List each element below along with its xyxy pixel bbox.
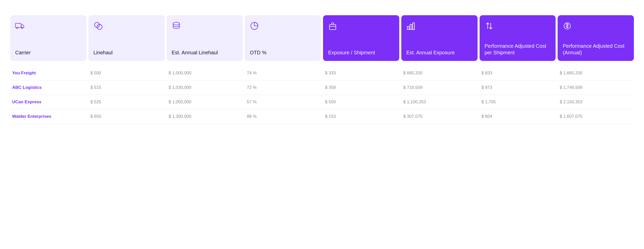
cell-est_annual_linehaul-row-2: $ 1,050,000: [167, 99, 243, 105]
cell-perf_adj_cost_annual-row-3: $ 1,607,075: [558, 114, 634, 119]
header-label-exposure-shipment: Exposure / Shipment: [328, 49, 394, 56]
cell-exposure_shipment-row-3: $ 153: [323, 114, 399, 119]
svg-rect-0: [15, 23, 21, 27]
table-row: Walder Enterprises$ 650$ 1,300,00088 %$ …: [10, 109, 634, 124]
cell-linehaul-row-3: $ 650: [88, 114, 165, 119]
cell-carrier-row-0: You Freight: [10, 71, 86, 76]
header-card-est-annual-linehaul: Est. Annual Linehaul: [167, 15, 243, 61]
svg-rect-9: [407, 26, 409, 29]
cell-exposure_shipment-row-0: $ 333: [323, 71, 399, 76]
cell-otd-row-3: 88 %: [245, 114, 321, 119]
truck-icon: [15, 21, 81, 32]
cell-otd-row-0: 74 %: [245, 71, 321, 76]
header-card-carrier: Carrier: [10, 15, 86, 61]
cell-otd-row-1: 72 %: [245, 85, 321, 90]
cell-perf_adj_cost_shipment-row-3: $ 804: [480, 114, 556, 119]
cell-est_annual_exposure-row-3: $ 307,075: [401, 114, 478, 119]
data-rows: You Freight$ 500$ 1,000,00074 %$ 333$ 66…: [10, 66, 634, 124]
cell-perf_adj_cost_shipment-row-2: $ 1,705: [480, 99, 556, 105]
cell-perf_adj_cost_annual-row-2: $ 2,150,353: [558, 99, 634, 105]
cell-perf_adj_cost_annual-row-0: $ 1,665,330: [558, 71, 634, 76]
header-label-est-annual-linehaul: Est. Annual Linehaul: [172, 49, 238, 56]
cell-perf_adj_cost_shipment-row-1: $ 873: [480, 85, 556, 90]
cell-est_annual_linehaul-row-3: $ 1,300,000: [167, 114, 243, 119]
header-card-est-annual-exposure: Est. Annual Exposure: [401, 15, 478, 61]
pie-icon: [250, 21, 316, 32]
cell-linehaul-row-0: $ 500: [88, 71, 165, 76]
cell-est_annual_linehaul-row-1: $ 1,030,000: [167, 85, 243, 90]
header-label-otd: OTD %: [250, 49, 316, 56]
cell-carrier-row-2: UCan Express: [10, 99, 86, 105]
cell-exposure_shipment-row-2: $ 550: [323, 99, 399, 105]
arrows-updown-icon: [485, 21, 551, 32]
header-label-perf-adj-cost-annual: Performance Adjusted Cost (Annual): [563, 43, 629, 56]
dollar-icon: [563, 21, 629, 32]
header-card-linehaul: Linehaul: [88, 15, 165, 61]
cell-otd-row-2: 57 %: [245, 99, 321, 105]
table-row: UCan Express$ 525$ 1,050,00057 %$ 550$ 1…: [10, 95, 634, 109]
svg-point-2: [21, 27, 23, 28]
table-row: ABC Logistics$ 515$ 1,030,00072 %$ 358$ …: [10, 80, 634, 95]
cell-linehaul-row-2: $ 525: [88, 99, 165, 105]
cell-linehaul-row-1: $ 515: [88, 85, 165, 90]
cell-est_annual_exposure-row-2: $ 1,100,353: [401, 99, 478, 105]
bag-icon: [328, 21, 394, 32]
cell-perf_adj_cost_shipment-row-0: $ 833: [480, 71, 556, 76]
svg-point-5: [173, 22, 179, 25]
cell-est_annual_exposure-row-1: $ 716,509: [401, 85, 478, 90]
header-card-exposure-shipment: Exposure / Shipment: [323, 15, 399, 61]
cell-carrier-row-3: Walder Enterprises: [10, 114, 86, 119]
bar-chart-icon: [406, 21, 472, 32]
header-label-carrier: Carrier: [15, 49, 81, 56]
header-row: Carrier Linehaul Est. Annual Linehaul OT…: [10, 15, 634, 61]
cell-exposure_shipment-row-1: $ 358: [323, 85, 399, 90]
main-table: Carrier Linehaul Est. Annual Linehaul OT…: [10, 15, 634, 124]
header-card-otd: OTD %: [245, 15, 321, 61]
cell-perf_adj_cost_annual-row-1: $ 1,746,509: [558, 85, 634, 90]
header-card-perf-adj-cost-shipment: Performance Adjusted Cost per Shipment: [480, 15, 556, 61]
header-label-est-annual-exposure: Est. Annual Exposure: [406, 49, 472, 56]
table-row: You Freight$ 500$ 1,000,00074 %$ 333$ 66…: [10, 66, 634, 80]
svg-rect-11: [413, 23, 414, 29]
header-label-linehaul: Linehaul: [93, 49, 160, 56]
svg-point-1: [16, 27, 18, 28]
coins-icon: [172, 21, 238, 32]
cell-carrier-row-1: ABC Logistics: [10, 85, 86, 90]
svg-rect-10: [410, 24, 412, 29]
header-label-perf-adj-cost-shipment: Performance Adjusted Cost per Shipment: [485, 43, 551, 56]
header-card-perf-adj-cost-annual: Performance Adjusted Cost (Annual): [558, 15, 634, 61]
cell-est_annual_exposure-row-0: $ 665,330: [401, 71, 478, 76]
svg-rect-7: [329, 25, 336, 30]
cell-est_annual_linehaul-row-0: $ 1,000,000: [167, 71, 243, 76]
circles-icon: [93, 21, 160, 32]
